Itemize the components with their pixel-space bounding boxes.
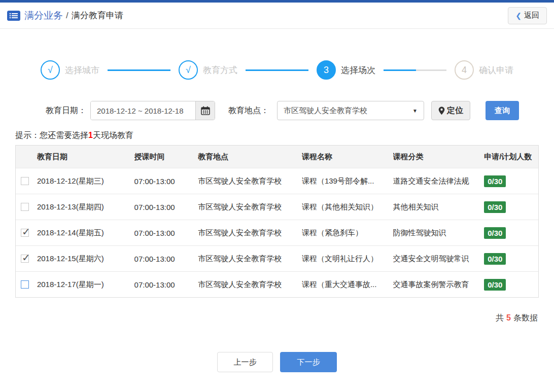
step-confirm-apply: 4 确认申请	[455, 60, 513, 80]
table-row[interactable]: 2018-12-14(星期五) 07:00-13:00 市区驾驶人安全教育学校 …	[16, 220, 538, 245]
cell-quota: 0/30	[484, 253, 538, 265]
cell-place: 市区驾驶人安全教育学校	[198, 254, 302, 264]
quota-badge: 0/30	[484, 201, 506, 213]
row-checkbox[interactable]	[21, 203, 29, 211]
previous-step-button[interactable]: 上一步	[217, 352, 273, 372]
back-button-label: 返回	[524, 11, 539, 20]
table-row[interactable]: 2018-12-13(星期四) 07:00-13:00 市区驾驶人安全教育学校 …	[16, 194, 538, 220]
count-prefix: 共	[496, 313, 504, 322]
cell-quota: 0/30	[484, 227, 538, 239]
cell-time: 07:00-13:00	[134, 280, 198, 289]
cell-category: 其他相关知识	[393, 202, 484, 212]
back-button[interactable]: ❮ 返回	[508, 7, 547, 24]
chevron-left-icon: ❮	[515, 12, 522, 20]
cell-date: 2018-12-14(星期五)	[37, 228, 134, 238]
cell-course: 课程（重大交通事故...	[302, 280, 393, 290]
row-checkbox[interactable]	[21, 229, 29, 237]
cell-place: 市区驾驶人安全教育学校	[198, 176, 302, 186]
breadcrumb-root[interactable]: 满分业务	[24, 9, 63, 22]
cell-course: 课程（其他相关知识）	[302, 202, 393, 212]
step-2-circle: √	[179, 60, 198, 80]
table-body: 2018-12-12(星期三) 07:00-13:00 市区驾驶人安全教育学校 …	[16, 168, 538, 297]
step-3-label: 选择场次	[341, 64, 375, 76]
filter-bar: 教育日期： 教育地点： 市区驾驶人安全教育学校 ▼ 定位 查询	[46, 101, 554, 120]
date-range-input-group	[90, 101, 215, 120]
cell-category: 交通事故案例警示教育	[393, 280, 484, 290]
calendar-button[interactable]	[195, 101, 215, 120]
quota-badge: 0/30	[484, 253, 506, 265]
cell-time: 07:00-13:00	[134, 229, 198, 237]
cell-time: 07:00-13:00	[134, 203, 198, 211]
cell-date: 2018-12-12(星期三)	[37, 176, 134, 186]
table-row[interactable]: 2018-12-17(星期一) 07:00-13:00 市区驾驶人安全教育学校 …	[16, 271, 538, 297]
cell-course: 课程（紧急刹车）	[302, 228, 393, 238]
date-range-input[interactable]	[91, 101, 195, 120]
breadcrumb-current: 满分教育申请	[72, 10, 123, 21]
header-applied-planned: 申请/计划人数	[484, 152, 538, 162]
wizard-stepper: √ 选择城市 √ 教育方式 3 选择场次 4 确认申请	[0, 60, 554, 80]
cell-place: 市区驾驶人安全教育学校	[198, 228, 302, 238]
cell-category: 交通安全文明驾驶常识	[393, 254, 484, 264]
education-place-value: 市区驾驶人安全教育学校	[284, 106, 367, 116]
list-icon	[7, 11, 20, 21]
breadcrumb-separator: /	[66, 11, 68, 21]
cell-date: 2018-12-13(星期四)	[37, 202, 134, 212]
cell-date: 2018-12-17(星期一)	[37, 280, 134, 290]
education-place-label: 教育地点：	[228, 105, 269, 116]
result-count: 共5条数据	[0, 313, 538, 324]
hint-prefix: 提示：您还需要选择	[15, 131, 88, 139]
table-row[interactable]: 2018-12-12(星期三) 07:00-13:00 市区驾驶人安全教育学校 …	[16, 168, 538, 194]
step-connector-3	[384, 69, 446, 71]
location-pin-icon	[438, 106, 445, 115]
cell-date: 2018-12-15(星期六)	[37, 254, 134, 264]
row-checkbox[interactable]	[21, 280, 29, 289]
locate-button[interactable]: 定位	[431, 101, 470, 120]
quota-badge: 0/30	[484, 279, 506, 291]
header-course-category: 课程分类	[393, 152, 484, 162]
cell-time: 07:00-13:00	[134, 255, 198, 263]
quota-badge: 0/30	[484, 227, 506, 239]
cell-checkbox	[16, 203, 37, 211]
cell-course: 课程（文明礼让行人）	[302, 254, 393, 264]
step-connector-1	[108, 69, 170, 71]
step-1-label: 选择城市	[65, 64, 99, 76]
locate-button-label: 定位	[447, 105, 463, 116]
wizard-footer: 上一步 下一步	[0, 352, 554, 372]
education-place-select[interactable]: 市区驾驶人安全教育学校 ▼	[277, 101, 424, 120]
next-step-button[interactable]: 下一步	[280, 352, 337, 372]
step-select-session: 3 选择场次	[317, 60, 375, 80]
cell-place: 市区驾驶人安全教育学校	[198, 202, 302, 212]
cell-category: 防御性驾驶知识	[393, 228, 484, 238]
cell-time: 07:00-13:00	[134, 177, 198, 186]
calendar-icon	[201, 106, 210, 115]
quota-badge: 0/30	[484, 175, 506, 187]
table-row[interactable]: 2018-12-15(星期六) 07:00-13:00 市区驾驶人安全教育学校 …	[16, 245, 538, 271]
header-education-place: 教育地点	[198, 152, 302, 162]
page-header: 满分业务 / 满分教育申请 ❮ 返回	[0, 3, 554, 29]
header-class-time: 授课时间	[134, 152, 198, 162]
count-suffix: 条数据	[513, 313, 538, 322]
education-date-label: 教育日期：	[46, 105, 86, 116]
header-course-name: 课程名称	[302, 152, 393, 162]
search-button[interactable]: 查询	[486, 101, 519, 120]
cell-quota: 0/30	[484, 279, 538, 291]
step-4-label: 确认申请	[479, 64, 513, 76]
cell-quota: 0/30	[484, 201, 538, 213]
step-education-mode: √ 教育方式	[179, 60, 237, 80]
cell-category: 道路交通安全法律法规	[393, 176, 484, 186]
table-header-row: 教育日期 授课时间 教育地点 课程名称 课程分类 申请/计划人数	[16, 146, 538, 168]
session-table: 教育日期 授课时间 教育地点 课程名称 课程分类 申请/计划人数 2018-12…	[15, 145, 539, 298]
count-number: 5	[506, 313, 511, 322]
cell-course: 课程（139号部令解...	[302, 176, 393, 186]
step-1-circle: √	[41, 60, 60, 80]
row-checkbox[interactable]	[21, 255, 29, 263]
row-checkbox[interactable]	[21, 177, 29, 185]
cell-quota: 0/30	[484, 175, 538, 187]
step-connector-2	[246, 69, 308, 71]
hint-suffix: 天现场教育	[93, 131, 133, 139]
header-education-date: 教育日期	[37, 152, 134, 162]
caret-down-icon: ▼	[412, 108, 418, 114]
cell-place: 市区驾驶人安全教育学校	[198, 280, 302, 290]
cell-checkbox	[16, 255, 37, 263]
hint-text: 提示：您还需要选择1天现场教育	[15, 130, 554, 141]
